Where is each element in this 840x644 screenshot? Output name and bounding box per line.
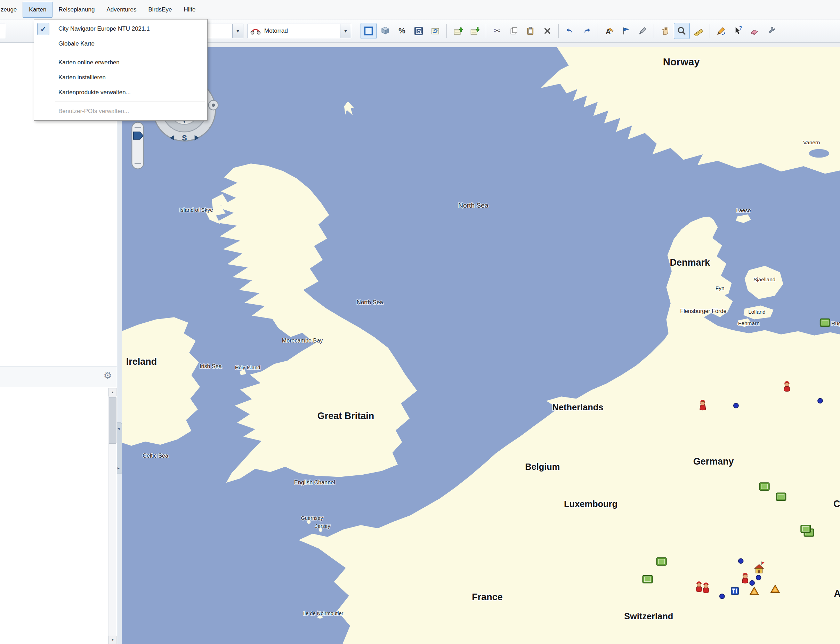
waypoint-dot-icon[interactable] bbox=[818, 399, 823, 403]
photo-icon[interactable] bbox=[643, 575, 653, 583]
percent-icon: % bbox=[399, 27, 405, 35]
waypoint-dot-icon[interactable] bbox=[738, 559, 743, 564]
collapse-right-icon[interactable]: ▸ bbox=[118, 466, 120, 470]
country-label: Great Britain bbox=[317, 411, 374, 421]
delete-button[interactable] bbox=[539, 23, 555, 39]
eraser-tool-button[interactable] bbox=[746, 23, 763, 39]
scroll-down-button[interactable]: ▼ bbox=[108, 636, 117, 644]
land-ireland bbox=[122, 317, 200, 446]
edit-tool-button[interactable] bbox=[713, 23, 729, 39]
collapse-left-icon[interactable]: ◂ bbox=[118, 426, 120, 430]
receive-from-device-button[interactable] bbox=[467, 23, 482, 39]
undo-button[interactable] bbox=[562, 23, 578, 39]
ruler-button[interactable] bbox=[691, 23, 707, 39]
place-label: North Sea bbox=[357, 299, 384, 306]
photo-icon[interactable] bbox=[657, 558, 666, 565]
map-view-single-button[interactable] bbox=[361, 23, 377, 39]
menu-item-label: Karten installieren bbox=[58, 74, 106, 81]
zoom-tool-button[interactable] bbox=[674, 23, 690, 39]
menubar-item-karten[interactable]: Karten bbox=[23, 2, 52, 18]
menu-item-label: City Navigator Europe NTU 2021.1 bbox=[58, 25, 150, 32]
menu-separator bbox=[55, 102, 205, 102]
place-label: Island of Skye bbox=[179, 207, 213, 213]
select-tool-button[interactable]: ? bbox=[730, 23, 746, 39]
country-label: Luxembourg bbox=[564, 499, 617, 509]
country-label: Switzerland bbox=[624, 611, 673, 621]
photo-stack-icon[interactable] bbox=[801, 525, 810, 533]
scissors-icon: ✂ bbox=[494, 27, 500, 35]
chevron-down-icon[interactable]: ▾ bbox=[232, 24, 243, 38]
flag-tool-button[interactable] bbox=[618, 23, 634, 39]
place-label: English Channel bbox=[294, 479, 335, 485]
gear-icon[interactable]: ⚙ bbox=[103, 371, 112, 380]
chevron-down-icon[interactable]: ▾ bbox=[340, 24, 351, 38]
scrollbar-thumb[interactable] bbox=[109, 397, 116, 444]
menu-item-karten-online-erwerben[interactable]: Karten online erwerben bbox=[35, 55, 207, 70]
waypoint-dot-icon[interactable] bbox=[756, 575, 761, 580]
basecamp-window: Norway Denmark Ireland Great Britain Net… bbox=[0, 0, 840, 644]
scroll-up-icon: ▲ bbox=[111, 391, 114, 394]
redo-button[interactable] bbox=[579, 23, 594, 39]
splitter-collapse-tab[interactable]: ◂ ▸ bbox=[117, 422, 122, 474]
menu-item-label: Karten online erwerben bbox=[58, 59, 120, 66]
toolbar-buttons: % bbox=[360, 19, 779, 43]
paste-button[interactable] bbox=[523, 23, 538, 39]
photo-icon[interactable] bbox=[820, 319, 830, 327]
toolbar-separator bbox=[446, 24, 447, 38]
menu-item-city-navigator[interactable]: ✓ City Navigator Europe NTU 2021.1 bbox=[35, 21, 207, 36]
send-to-device-button[interactable] bbox=[450, 23, 466, 39]
toolbar-separator bbox=[654, 24, 654, 38]
menubar-item-birdseye[interactable]: BirdsEye bbox=[142, 2, 178, 17]
collection-combo-fragment[interactable] bbox=[0, 24, 5, 38]
waypoint-dot-icon[interactable] bbox=[750, 580, 755, 585]
photo-icon[interactable] bbox=[776, 493, 786, 501]
menubar-item-werkzeuge[interactable]: zeuge bbox=[0, 2, 23, 17]
restaurant-icon[interactable] bbox=[731, 587, 739, 595]
panel-splitter[interactable]: ◂ ▸ bbox=[117, 43, 122, 644]
library-panel: ⚙ ▲ ▼ bbox=[0, 43, 117, 644]
map-viewport[interactable]: Norway Denmark Ireland Great Britain Net… bbox=[122, 47, 840, 644]
map-3d-button[interactable] bbox=[377, 23, 393, 39]
menu-item-karten-installieren[interactable]: Karten installieren bbox=[35, 70, 207, 85]
place-label: North Sea bbox=[458, 202, 489, 209]
pan-hand-button[interactable] bbox=[657, 23, 673, 39]
scroll-up-button[interactable]: ▲ bbox=[108, 388, 117, 396]
place-label: Laeso bbox=[736, 207, 751, 213]
country-label: Netherlands bbox=[553, 402, 604, 412]
place-label: Morecambe Bay bbox=[282, 337, 323, 343]
place-label: Guernsey bbox=[301, 515, 323, 521]
map-canvas[interactable]: Norway Denmark Ireland Great Britain Net… bbox=[122, 47, 840, 644]
zoom-slider[interactable] bbox=[132, 122, 144, 169]
menubar-item-reiseplanung[interactable]: Reiseplanung bbox=[52, 2, 100, 17]
menubar-item-adventures[interactable]: Adventures bbox=[100, 2, 142, 17]
activity-profile-combobox[interactable]: Motorrad ▾ bbox=[248, 24, 351, 38]
copy-button[interactable] bbox=[506, 23, 522, 39]
waypoint-dot-icon[interactable] bbox=[733, 403, 738, 408]
waypoint-dot-icon[interactable] bbox=[720, 594, 725, 599]
text-tool-button[interactable]: A bbox=[601, 23, 617, 39]
place-label: Irish Sea bbox=[200, 363, 222, 369]
menubar-item-hilfe[interactable]: Hilfe bbox=[178, 2, 201, 17]
svg-text:?: ? bbox=[739, 26, 742, 31]
menu-item-globale-karte[interactable]: Globale Karte bbox=[35, 36, 207, 51]
country-label: A bbox=[834, 588, 840, 599]
check-icon: ✓ bbox=[37, 23, 49, 35]
toolbar-separator bbox=[598, 24, 598, 38]
draw-tool-button[interactable] bbox=[635, 23, 651, 39]
place-label: Ile de Noirmoutier bbox=[303, 611, 343, 616]
map-zoom-view-button[interactable] bbox=[411, 23, 427, 39]
country-label: Germany bbox=[693, 456, 734, 467]
toolbar-separator bbox=[558, 24, 559, 38]
motorcycle-icon bbox=[250, 27, 261, 35]
cut-button[interactable]: ✂ bbox=[489, 23, 505, 39]
photo-icon[interactable] bbox=[760, 483, 769, 490]
activity-profile-value: Motorrad bbox=[261, 28, 340, 34]
place-label: Celtic Sea bbox=[143, 452, 168, 459]
menu-item-kartenprodukte-verwalten[interactable]: Kartenprodukte verwalten... bbox=[35, 85, 207, 100]
list-scrollbar[interactable]: ▲ ▼ bbox=[108, 388, 116, 644]
map-refresh-button[interactable] bbox=[427, 23, 443, 39]
settings-tool-button[interactable] bbox=[763, 23, 779, 39]
toolbar-separator bbox=[486, 24, 486, 38]
menu-separator bbox=[55, 53, 205, 53]
map-detail-level-button[interactable]: % bbox=[394, 23, 410, 39]
